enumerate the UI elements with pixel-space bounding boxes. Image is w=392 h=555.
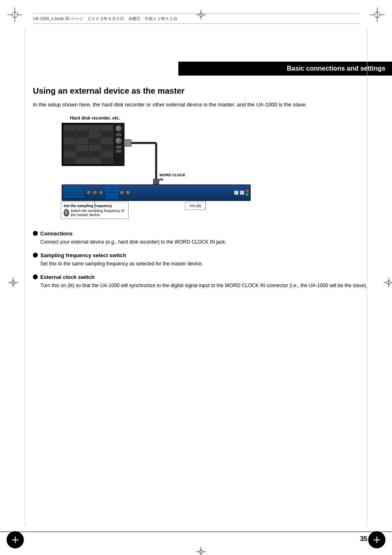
svg-rect-2: [153, 179, 159, 185]
ua1000-led-2: [246, 193, 249, 196]
page-footer: 35: [0, 532, 392, 543]
section-intro: In the setup shown here, the hard disk r…: [33, 101, 367, 109]
on-lit-label: ON (lit): [189, 204, 201, 208]
ua1000-left-controls: [62, 185, 144, 200]
hdr-output-connector: [125, 139, 131, 147]
ua1000-device: [62, 184, 251, 201]
hdr-device-box: [62, 123, 115, 166]
bullet-connections: Connections Connect your external device…: [33, 230, 367, 246]
title-bar: Basic connections and settings: [178, 62, 392, 76]
bullet-external-clock: External clock switch Turn this on (lit)…: [33, 274, 367, 289]
main-content: Using an external device as the master I…: [33, 86, 367, 296]
bullet-title-connections: Connections: [40, 230, 73, 237]
bullet-sections: Connections Connect your external device…: [33, 230, 367, 289]
left-border-line: [25, 29, 25, 526]
bullet-sampling: Sampling frequency select switch Set thi…: [33, 252, 367, 267]
bullet-title-external-clock: External clock switch: [40, 274, 95, 280]
right-border-line: [367, 29, 367, 526]
bullet-title-sampling: Sampling frequency select switch: [40, 252, 126, 258]
bullet-dot-sampling: [33, 253, 38, 258]
ua1000-right-controls: [144, 189, 250, 196]
ua1000-knob-1: [86, 190, 91, 195]
hdr-label: Hard disk recorder, etc.: [70, 115, 120, 120]
ua1000-button-1: [234, 191, 238, 195]
ua1000-button-2: [240, 191, 244, 195]
bullet-body-connections: Connect your external device (e.g., hard…: [40, 238, 367, 246]
ua1000-knob-3: [99, 190, 104, 195]
sf-callout-body: Match the sampling frequency of the mast…: [71, 209, 126, 217]
diagram-area: Hard disk recorder, etc.: [33, 115, 367, 222]
hdr-btn-3: [116, 150, 122, 153]
ua1000-led-1: [246, 189, 249, 192]
bullet-body-sampling: Set this to the same sampling frequency …: [40, 260, 367, 267]
ua1000-knob-5: [126, 190, 131, 195]
hdr-right-panel: [113, 123, 125, 166]
word-clock-label: WORD CLOCK IN: [159, 173, 185, 182]
bullet-dot-connections: [33, 231, 38, 236]
hdr-knob-1: [115, 125, 122, 132]
bullet-dot-external-clock: [33, 274, 38, 279]
ua1000-knob-4: [120, 190, 125, 195]
bullet-body-external-clock: Turn this on (lit) so that the UA-1000 w…: [40, 282, 367, 289]
corner-mark-tr: [370, 7, 385, 22]
callout-line-sf: [95, 201, 95, 210]
ua1000-knob-2: [92, 190, 97, 195]
page-number: 35: [360, 535, 367, 543]
callout-line-on: [205, 201, 206, 210]
hdr-btn-2: [116, 145, 122, 149]
header-file-info: UA-1000_e.book 35 ページ ２００３年８月６日 水曜日 午前１１…: [33, 16, 178, 21]
sf-knob-icon: [64, 209, 69, 216]
on-lit-callout: ON (lit): [185, 202, 206, 210]
section-heading: Using an external device as the master: [33, 86, 367, 96]
title-bar-label: Basic connections and settings: [287, 65, 385, 72]
corner-mark-tl: [7, 7, 22, 22]
hdr-knob-2: [115, 137, 122, 145]
hdr-btn-1: [116, 133, 122, 136]
